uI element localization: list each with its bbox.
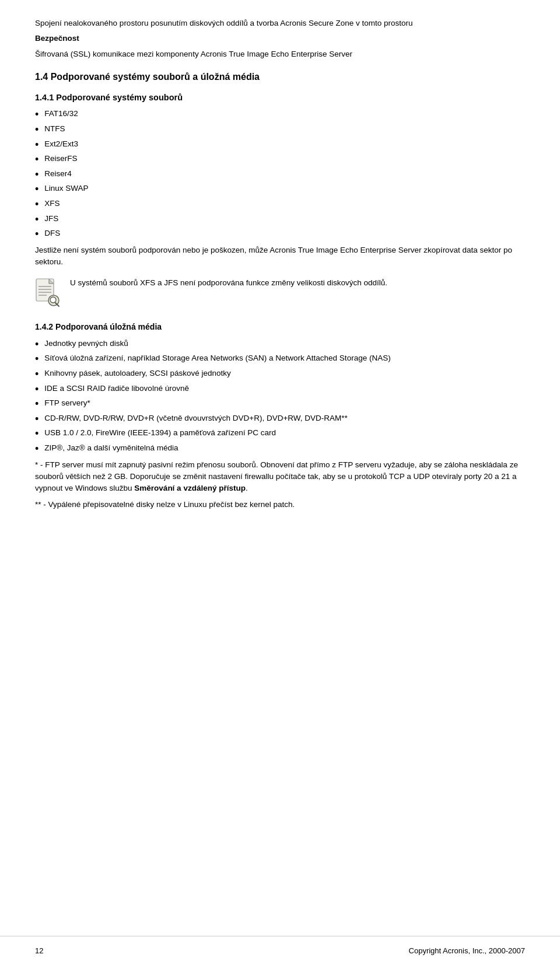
intro-line2: Šifrovaná (SSL) komunikace mezi komponen… bbox=[35, 48, 525, 60]
list-item: • ZIP®, Jaz® a další vyměnitelná média bbox=[35, 442, 525, 456]
copyright-text: Copyright Acronis, Inc., 2000-2007 bbox=[409, 946, 525, 955]
list-item: • FTP servery* bbox=[35, 397, 525, 411]
section-1-4-1-heading: 1.4.1 Podporované systémy souborů bbox=[35, 92, 525, 103]
list-item-text: NTFS bbox=[44, 123, 65, 135]
list-item: • NTFS bbox=[35, 123, 525, 137]
footnote1-text: * - FTP server musí mít zapnutý pasivní … bbox=[35, 460, 518, 493]
list-item-text: Knihovny pásek, autoloadery, SCSI páskov… bbox=[44, 368, 230, 379]
list-item-text: ReiserFS bbox=[44, 153, 77, 165]
list-item-text: DFS bbox=[44, 228, 60, 239]
list-item: • JFS bbox=[35, 213, 525, 226]
list-item-text: JFS bbox=[44, 213, 58, 225]
bullet-icon: • bbox=[35, 428, 38, 440]
bullet-icon: • bbox=[35, 353, 38, 366]
note-document-icon bbox=[35, 278, 63, 309]
bullet-icon: • bbox=[35, 368, 38, 381]
list-item: • USB 1.0 / 2.0, FireWire (IEEE-1394) a … bbox=[35, 427, 525, 440]
bullet-icon: • bbox=[35, 124, 38, 137]
bullet-icon: • bbox=[35, 183, 38, 196]
footnote2: ** - Vypálené přepisovatelné disky nelze… bbox=[35, 499, 525, 511]
bullet-icon: • bbox=[35, 413, 38, 426]
page-container: Spojení nealokovaného prostoru posunutím… bbox=[0, 0, 560, 965]
list-item: • Knihovny pásek, autoloadery, SCSI pásk… bbox=[35, 368, 525, 381]
list-item: • IDE a SCSI RAID řadiče libovolné úrovn… bbox=[35, 383, 525, 396]
list-item: • Ext2/Ext3 bbox=[35, 138, 525, 152]
filesystems-note: Jestliže není systém souborů podporován … bbox=[35, 244, 525, 268]
list-item: • ReiserFS bbox=[35, 153, 525, 166]
note-box: U systémů souborů XFS a JFS není podporo… bbox=[35, 275, 525, 311]
list-item-text: Síťová úložná zařízení, například Storag… bbox=[44, 352, 390, 364]
list-item: • Reiser4 bbox=[35, 168, 525, 181]
list-item: • FAT16/32 bbox=[35, 108, 525, 121]
bullet-icon: • bbox=[35, 398, 38, 411]
svg-point-7 bbox=[50, 297, 56, 303]
bullet-icon: • bbox=[35, 214, 38, 226]
list-item-text: Ext2/Ext3 bbox=[44, 138, 78, 150]
bullet-icon: • bbox=[35, 228, 38, 241]
list-item: • Linux SWAP bbox=[35, 183, 525, 196]
list-item-text: CD-R/RW, DVD-R/RW, DVD+R (včetně dvouvrs… bbox=[44, 412, 347, 424]
page-number: 12 bbox=[35, 946, 43, 955]
section-1-4-heading: 1.4 Podporované systémy souborů a úložná… bbox=[35, 71, 525, 83]
bullet-icon: • bbox=[35, 443, 38, 456]
note-box-text: U systémů souborů XFS a JFS není podporo… bbox=[70, 277, 525, 289]
list-item-text: IDE a SCSI RAID řadiče libovolné úrovně bbox=[44, 383, 189, 394]
list-item-text: ZIP®, Jaz® a další vyměnitelná média bbox=[44, 442, 178, 454]
section-1-4-2-heading: 1.4.2 Podporovaná úložná média bbox=[35, 321, 525, 333]
list-item: • CD-R/RW, DVD-R/RW, DVD+R (včetně dvouv… bbox=[35, 412, 525, 426]
footnote1: * - FTP server musí mít zapnutý pasivní … bbox=[35, 459, 525, 495]
list-item: • XFS bbox=[35, 198, 525, 211]
bullet-icon: • bbox=[35, 109, 38, 121]
list-item-text: USB 1.0 / 2.0, FireWire (IEEE-1394) a pa… bbox=[44, 427, 276, 439]
bullet-icon: • bbox=[35, 338, 38, 351]
bullet-icon: • bbox=[35, 383, 38, 396]
bullet-icon: • bbox=[35, 139, 38, 152]
list-item-text: XFS bbox=[44, 198, 60, 209]
storage-media-list: • Jednotky pevných disků • Síťová úložná… bbox=[35, 338, 525, 456]
list-item-text: Reiser4 bbox=[44, 168, 72, 180]
footnote1-bold: Směrování a vzdálený přístup bbox=[134, 484, 246, 492]
list-item-text: Linux SWAP bbox=[44, 183, 88, 194]
footnote1-end: . bbox=[246, 484, 248, 492]
list-item: • Síťová úložná zařízení, například Stor… bbox=[35, 352, 525, 366]
bullet-icon: • bbox=[35, 198, 38, 211]
list-item-text: Jednotky pevných disků bbox=[44, 338, 128, 349]
bullet-icon: • bbox=[35, 153, 38, 166]
page-footer: 12 Copyright Acronis, Inc., 2000-2007 bbox=[0, 936, 560, 965]
bullet-icon: • bbox=[35, 169, 38, 181]
intro-bold-label: Bezpečnost bbox=[35, 33, 525, 44]
list-item-text: FTP servery* bbox=[44, 397, 90, 409]
filesystems-list: • FAT16/32 • NTFS • Ext2/Ext3 • ReiserFS… bbox=[35, 108, 525, 240]
intro-line1: Spojení nealokovaného prostoru posunutím… bbox=[35, 18, 525, 29]
list-item: • DFS bbox=[35, 228, 525, 241]
list-item: • Jednotky pevných disků bbox=[35, 338, 525, 351]
list-item-text: FAT16/32 bbox=[44, 108, 78, 120]
